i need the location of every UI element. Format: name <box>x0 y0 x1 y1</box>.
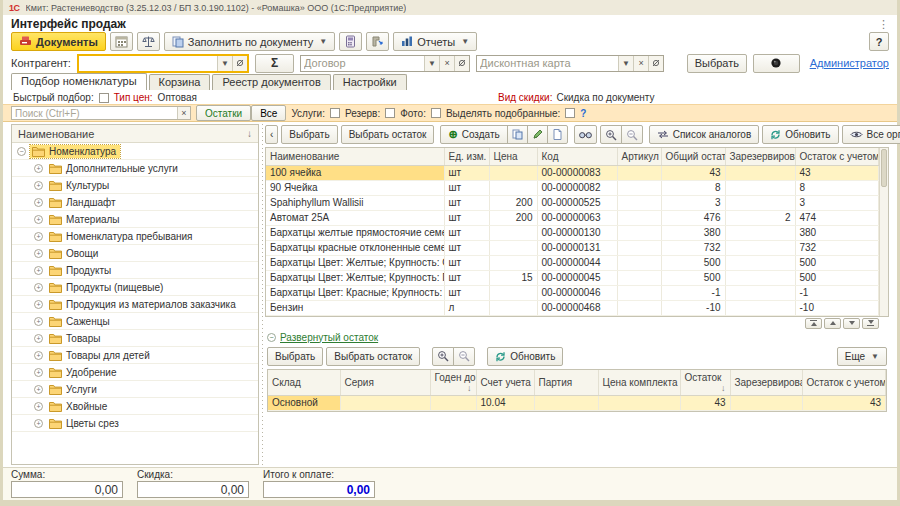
expand-icon[interactable]: + <box>34 198 43 207</box>
card-reader-button[interactable] <box>339 32 362 51</box>
column-header[interactable]: Ед. изм. <box>444 148 489 165</box>
tab-podbor-nomenklatury[interactable]: Подбор номенклатуры <box>11 73 147 90</box>
services-checkbox[interactable] <box>330 108 340 118</box>
expand-icon[interactable]: + <box>34 385 43 394</box>
select-button[interactable]: Выбрать <box>281 125 337 144</box>
detail-section-link[interactable]: Развернутый остаток <box>280 332 378 343</box>
contract-input[interactable] <box>301 56 424 71</box>
camera-button[interactable] <box>753 54 800 73</box>
column-header[interactable]: Счет учета <box>476 370 534 396</box>
scales-button[interactable] <box>137 32 160 51</box>
column-header[interactable]: Остаток↓ <box>680 370 730 396</box>
expand-icon[interactable]: + <box>34 283 43 292</box>
product-row[interactable]: Бархатцы Цвет: Желтые; Крупность: Отклон… <box>266 255 879 270</box>
column-header[interactable]: Годен до↓ <box>430 370 476 396</box>
expand-icon[interactable]: + <box>34 368 43 377</box>
reserve-checkbox[interactable] <box>385 108 395 118</box>
expand-icon[interactable]: + <box>34 351 43 360</box>
open-icon[interactable] <box>454 56 469 71</box>
photo-checkbox[interactable] <box>431 108 441 118</box>
expand-icon[interactable]: + <box>34 164 43 173</box>
tree-header[interactable]: Наименование ↓ <box>12 125 258 143</box>
select-card-button[interactable]: Выбрать <box>687 54 747 73</box>
sum-field[interactable]: 0,00 <box>11 481 123 498</box>
detail-select-rest-button[interactable]: Выбрать остаток <box>326 347 420 366</box>
detail-select-button[interactable]: Выбрать <box>267 347 323 366</box>
dropdown-icon[interactable]: ▼ <box>618 56 633 71</box>
collapse-tree-button[interactable]: ‹ <box>265 125 278 144</box>
tab-korzina[interactable]: Корзина <box>149 74 211 90</box>
copy-button[interactable] <box>507 125 528 144</box>
tree-item[interactable]: +Саженцы <box>12 313 258 330</box>
column-header[interactable]: Цена <box>489 148 537 165</box>
fill-by-document-button[interactable]: Заполнить по документу ▼ <box>164 32 335 51</box>
highlight-picked-checkbox[interactable] <box>565 108 575 118</box>
detail-refresh-button[interactable]: Обновить <box>487 347 563 366</box>
expand-icon[interactable]: + <box>34 181 43 190</box>
row-up-button[interactable] <box>824 318 841 329</box>
tree-item[interactable]: +Продукты <box>12 262 258 279</box>
administrator-link[interactable]: Администратор <box>810 57 889 69</box>
total-due-field[interactable]: 0,00 <box>263 481 375 498</box>
expand-icon[interactable]: + <box>34 402 43 411</box>
detail-zoom-out-button[interactable] <box>453 347 475 366</box>
row-down-button[interactable] <box>843 318 860 329</box>
column-header[interactable]: Остаток с учетом резерва <box>795 148 879 165</box>
tree-item[interactable]: +Удобрение <box>12 364 258 381</box>
column-header[interactable]: Артикул <box>617 148 661 165</box>
help-button[interactable]: ? <box>869 32 889 51</box>
column-header[interactable]: Партия <box>534 370 598 396</box>
collapse-icon[interactable]: − <box>17 147 26 156</box>
detail-more-button[interactable]: Еще ▼ <box>837 347 887 366</box>
tree-item[interactable]: +Цветы срез <box>12 415 258 432</box>
search-input[interactable] <box>12 107 177 119</box>
product-row[interactable]: Бархатцы Цвет: Красные; Крупность: Откло… <box>266 285 879 300</box>
expand-icon[interactable]: + <box>34 317 43 326</box>
tree-item[interactable]: +Продукты (пищевые) <box>12 279 258 296</box>
all-filter-button[interactable]: Все <box>251 105 286 121</box>
expand-icon[interactable]: + <box>34 215 43 224</box>
create-button[interactable]: ⊕ Создать <box>440 125 507 144</box>
tree-item[interactable]: +Материалы <box>12 211 258 228</box>
tab-nastroyki[interactable]: Настройки <box>333 74 407 90</box>
column-header[interactable]: Зарезервировано <box>730 370 802 396</box>
fast-pick-checkbox[interactable] <box>99 93 109 103</box>
tree-item[interactable]: +Овощи <box>12 245 258 262</box>
counterparty-input[interactable] <box>79 56 217 71</box>
products-scrollbar[interactable] <box>879 148 888 316</box>
product-row[interactable]: Бархатцы красные отклоненные семенашт00-… <box>266 240 879 255</box>
zoom-in-button[interactable] <box>600 125 622 144</box>
sum-button[interactable]: Σ <box>255 54 294 73</box>
documents-button[interactable]: Документы <box>11 32 106 51</box>
select-rest-button[interactable]: Выбрать остаток <box>341 125 435 144</box>
column-header[interactable]: Серия <box>340 370 430 396</box>
product-row[interactable]: Spahiphyllum Wallisiiшт20000-0000052533 <box>266 195 879 210</box>
open-icon[interactable] <box>648 56 663 71</box>
column-header[interactable]: Зарезервировано <box>725 148 795 165</box>
dropdown-icon[interactable]: ▼ <box>424 56 439 71</box>
tree-item[interactable]: +Номенклатура пребывания <box>12 228 258 245</box>
view-mode-button[interactable] <box>574 125 597 144</box>
expand-icon[interactable]: + <box>34 419 43 428</box>
stock-filter-button[interactable]: Остатки <box>196 105 251 121</box>
discount-card-input[interactable] <box>477 56 618 71</box>
tree-item[interactable]: +Хвойные <box>12 398 258 415</box>
expand-icon[interactable]: + <box>34 266 43 275</box>
go-first-row-button[interactable] <box>805 318 822 329</box>
product-row[interactable]: Бензинл00-00000468-10-10 <box>266 300 879 315</box>
tree-item[interactable]: +Дополнительные услуги <box>12 160 258 177</box>
tree-item[interactable]: +Услуги <box>12 381 258 398</box>
detail-zoom-in-button[interactable] <box>432 347 454 366</box>
discount-kind-value[interactable]: Скидка по документу <box>556 92 654 103</box>
dropdown-icon[interactable]: ▼ <box>217 56 232 71</box>
tree-item[interactable]: +Товары <box>12 330 258 347</box>
product-row[interactable]: Бархатцы желтые прямостоячие семенашт00-… <box>266 225 879 240</box>
new-document-button[interactable] <box>547 125 568 144</box>
clear-icon[interactable]: × <box>439 56 454 71</box>
column-header[interactable]: Цена комплекта <box>598 370 680 396</box>
product-row[interactable]: Бархатцы Цвет: Желтые; Крупность: Прямос… <box>266 270 879 285</box>
stock-row[interactable]: Основной10.044343 <box>268 395 886 410</box>
tree-root-item[interactable]: − Номенклатура <box>12 143 258 160</box>
tree-item[interactable]: +Товары для детей <box>12 347 258 364</box>
expand-icon[interactable]: + <box>34 300 43 309</box>
